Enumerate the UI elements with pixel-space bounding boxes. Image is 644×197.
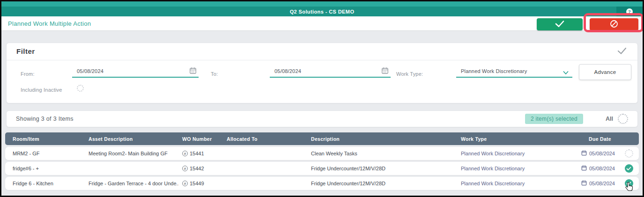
from-date-value: 05/08/2024 — [77, 68, 104, 74]
advance-button[interactable]: Advance — [579, 64, 631, 80]
check-icon — [555, 20, 565, 29]
from-date-input[interactable]: 05/08/2024 — [72, 65, 199, 78]
col-wo-number: WO Number — [178, 136, 223, 142]
top-strip — [1, 1, 643, 7]
wo-number-cell: #15442 — [178, 166, 223, 171]
including-inactive-checkbox[interactable] — [77, 85, 84, 92]
select-all-checkbox[interactable] — [618, 114, 628, 124]
hash-icon: # — [182, 151, 188, 156]
ban-icon — [610, 20, 618, 29]
help-button[interactable]: ? — [616, 7, 643, 16]
reject-button[interactable] — [590, 18, 638, 30]
row-select-checkbox[interactable] — [625, 179, 633, 188]
table-row[interactable]: Fridge 6 - Kitchen Fridge - Garden Terra… — [5, 177, 639, 190]
description-cell: Fridge Undercounter/12M/V/28D — [307, 181, 457, 186]
help-icon: ? — [626, 8, 633, 15]
approve-button[interactable] — [537, 18, 583, 30]
description-cell: Clean Weekly Tasks — [307, 151, 457, 156]
results-summary-bar: Showing 3 of 3 Items 2 item(s) selected … — [6, 110, 638, 127]
filter-panel: Filter From: 05/08/2024 To: 05/08/2024 W… — [6, 43, 638, 103]
page-title: Planned Work Multiple Action — [8, 20, 91, 27]
room-item-cell: MRM2 - GF — [5, 151, 85, 156]
work-type-dropdown[interactable]: Planned Work Discretionary — [456, 65, 572, 78]
to-label: To: — [211, 71, 218, 77]
due-date-cell: 05/08/2024 — [572, 180, 619, 187]
work-type-cell: Planned Work Discretionary — [457, 181, 572, 186]
asset-description-cell: Meeting Room2- Main Building GF — [85, 151, 178, 156]
work-type-label: Work Type: — [396, 71, 423, 77]
calendar-icon — [581, 165, 587, 172]
table-row[interactable]: fridge#6 - + #15442 Fridge Undercounter/… — [5, 162, 639, 175]
title-bar: Q2 Solutions - CS DEMO ? — [1, 7, 643, 16]
page-header: Planned Work Multiple Action — [1, 16, 643, 31]
calendar-icon[interactable] — [189, 67, 197, 76]
showing-count: Showing 3 of 3 Items — [16, 116, 74, 122]
asset-description-cell: Fridge - Garden Terrace - 4 door Unde... — [85, 181, 178, 186]
calendar-icon[interactable] — [381, 67, 389, 76]
chevron-down-icon — [563, 68, 569, 77]
table-row[interactable]: MRM2 - GF Meeting Room2- Main Building G… — [5, 147, 639, 160]
filter-apply-check-icon[interactable] — [617, 47, 627, 57]
to-date-input[interactable]: 05/08/2024 — [270, 65, 391, 78]
due-date-cell: 05/08/2024 — [572, 150, 619, 157]
col-allocated-to: Allocated To — [223, 136, 307, 142]
col-asset-description: Asset Description — [85, 136, 178, 142]
room-item-cell: fridge#6 - + — [5, 166, 85, 171]
filter-header: Filter — [7, 43, 637, 60]
app-title: Q2 Solutions - CS DEMO — [290, 9, 355, 15]
table-header: Room/Item Asset Description WO Number Al… — [5, 132, 639, 145]
filter-title: Filter — [16, 47, 35, 55]
select-all-label: All — [606, 116, 613, 122]
calendar-icon — [581, 180, 587, 187]
row-select-checkbox[interactable] — [625, 149, 633, 158]
col-description: Description — [307, 136, 457, 142]
due-date-cell: 05/08/2024 — [572, 165, 619, 172]
calendar-icon — [581, 150, 587, 157]
app-window: Q2 Solutions - CS DEMO ? Planned Work Mu… — [0, 0, 644, 197]
hash-icon: # — [182, 181, 188, 186]
row-select-checkbox[interactable] — [625, 164, 633, 173]
including-inactive-label: Including Inactive — [21, 87, 62, 93]
hash-icon: # — [182, 166, 188, 171]
work-type-cell: Planned Work Discretionary — [457, 151, 572, 156]
from-label: From: — [21, 71, 35, 77]
selected-count-badge: 2 item(s) selected — [525, 114, 583, 124]
to-date-value: 05/08/2024 — [274, 68, 301, 74]
col-room-item: Room/Item — [5, 136, 85, 142]
work-type-value: Planned Work Discretionary — [461, 68, 527, 74]
work-type-cell: Planned Work Discretionary — [457, 166, 572, 171]
col-work-type: Work Type — [457, 136, 572, 142]
wo-number-cell: #15441 — [178, 151, 223, 156]
room-item-cell: Fridge 6 - Kitchen — [5, 181, 85, 186]
col-due-date: Due Date — [572, 136, 619, 142]
wo-number-cell: #15449 — [178, 181, 223, 186]
description-cell: Fridge Undercounter/12M/V/28D — [307, 166, 457, 171]
